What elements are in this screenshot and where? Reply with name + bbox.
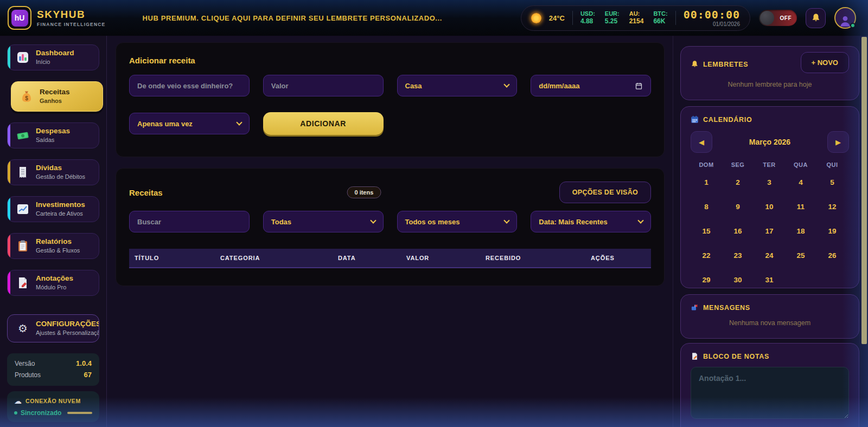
add-income-title: Adicionar receita bbox=[129, 56, 651, 65]
scrollbar-thumb[interactable] bbox=[861, 37, 867, 344]
calendar-day[interactable]: 29 bbox=[691, 268, 722, 288]
add-income-button[interactable]: ADICIONAR bbox=[263, 112, 384, 135]
calendar-day[interactable]: 12 bbox=[816, 195, 848, 219]
income-value-input[interactable] bbox=[263, 75, 384, 96]
column-header: RECEBIDO bbox=[480, 255, 585, 261]
calendar-day[interactable]: 17 bbox=[754, 219, 785, 243]
calendar-day[interactable]: 16 bbox=[722, 219, 754, 243]
chevron-down-icon bbox=[637, 217, 643, 223]
view-options-button[interactable]: OPÇÕES DE VISÃO bbox=[559, 182, 651, 203]
calendar-input-icon bbox=[635, 82, 643, 90]
sidebar-item-despesas[interactable]: DespesasSaídas bbox=[7, 122, 99, 148]
chevron-down-icon bbox=[370, 217, 376, 223]
calendar-day[interactable]: 2 bbox=[722, 170, 754, 195]
calendar-day[interactable]: 4 bbox=[785, 170, 816, 195]
sidebar-item-dashboard[interactable]: DashboardInício bbox=[7, 44, 99, 70]
messages-card: MENSAGENS Nenhuma nova mensagem bbox=[680, 294, 859, 339]
note-1-textarea[interactable] bbox=[691, 367, 849, 419]
currency-ticker: EUR:5.25 bbox=[605, 10, 620, 26]
calendar-day[interactable]: 22 bbox=[691, 243, 722, 268]
version-value: 1.0.4 bbox=[76, 358, 92, 370]
calendar-day[interactable]: 10 bbox=[754, 195, 785, 219]
premium-banner-link[interactable]: HUB PREMIUM. CLIQUE AQUI PARA DEFINIR SE… bbox=[142, 14, 442, 22]
calendar-day[interactable]: 1 bbox=[691, 170, 722, 195]
sync-status-text: Sincronizado bbox=[21, 409, 61, 417]
search-input[interactable] bbox=[129, 211, 250, 232]
calendar-day[interactable]: 9 bbox=[722, 195, 754, 219]
calendar-day[interactable]: 19 bbox=[816, 219, 848, 243]
column-header: DATA bbox=[333, 255, 401, 261]
calendar-day[interactable]: 31 bbox=[754, 268, 785, 288]
products-value: 67 bbox=[84, 370, 92, 381]
weekday-label: TER bbox=[754, 161, 785, 168]
sidebar-item-relatorios[interactable]: RelatóriosGestão & Fluxos bbox=[7, 233, 99, 259]
notes-card: BLOCO DE NOTAS bbox=[680, 343, 859, 427]
line-chart-icon bbox=[16, 202, 30, 216]
online-status-dot bbox=[850, 23, 856, 28]
calendar-day-grid: 123458910111215161718192223242526293031 bbox=[691, 170, 849, 288]
calendar-day[interactable]: 24 bbox=[754, 243, 785, 268]
cloud-title: CONEXÃO NUVEM bbox=[25, 398, 81, 404]
toggle-knob bbox=[760, 11, 774, 25]
calendar-day[interactable]: 11 bbox=[785, 195, 816, 219]
calendar-prev-button[interactable]: ◀ bbox=[691, 131, 712, 153]
power-toggle[interactable]: OFF bbox=[759, 10, 797, 26]
sun-icon bbox=[531, 13, 541, 23]
chevron-down-icon bbox=[504, 81, 510, 87]
calendar-day[interactable]: 25 bbox=[785, 243, 816, 268]
weekday-label: DOM bbox=[691, 161, 722, 168]
calendar-day[interactable]: 3 bbox=[754, 170, 785, 195]
calendar-day[interactable]: 18 bbox=[785, 219, 816, 243]
cloud-icon: ☁ bbox=[14, 397, 22, 405]
month-filter-select[interactable]: Todos os meses bbox=[397, 211, 518, 232]
calendar-title: CALENDÁRIO bbox=[703, 116, 752, 124]
clock-date: 01/01/2026 bbox=[684, 22, 740, 27]
weekday-label: SEG bbox=[722, 161, 754, 168]
main-content: Adicionar receita Casa dd/mm/aaaa Apenas… bbox=[107, 36, 673, 427]
calendar-card: CALENDÁRIO ◀ Março 2026 ▶ DOMSEGTERQUAQU… bbox=[680, 106, 859, 288]
category-filter-select[interactable]: Todas bbox=[263, 211, 384, 232]
chevron-down-icon bbox=[236, 119, 242, 125]
sidebar-item-receitas[interactable]: $ ReceitasGanhos bbox=[11, 81, 103, 112]
currency-ticker: BTC:66K bbox=[653, 10, 667, 26]
income-recurrence-select[interactable]: Apenas uma vez bbox=[129, 113, 250, 134]
income-date-input[interactable]: dd/mm/aaaa bbox=[531, 75, 651, 96]
sidebar-item-anotacoes[interactable]: AnotaçõesMódulo Pro bbox=[7, 270, 99, 296]
calendar-next-button[interactable]: ▶ bbox=[827, 131, 849, 153]
sidebar-item-investimentos[interactable]: InvestimentosCarteira de Ativos bbox=[7, 196, 99, 222]
svg-text:$: $ bbox=[25, 95, 28, 101]
messages-title: MENSAGENS bbox=[703, 304, 750, 312]
calendar-day[interactable]: 5 bbox=[816, 170, 848, 195]
weekday-label: QUI bbox=[816, 161, 848, 168]
right-panel: LEMBRETES + NOVO Nenhum lembrete para ho… bbox=[673, 36, 861, 427]
notes-title: BLOCO DE NOTAS bbox=[703, 353, 769, 360]
income-source-input[interactable] bbox=[129, 75, 250, 96]
notifications-button[interactable] bbox=[806, 8, 826, 28]
calendar-day[interactable]: 15 bbox=[691, 219, 722, 243]
calendar-day[interactable]: 8 bbox=[691, 195, 722, 219]
weekday-label: QUA bbox=[785, 161, 816, 168]
brand-subtitle: FINANCE INTELLIGENCE bbox=[37, 22, 105, 27]
income-category-select[interactable]: Casa bbox=[397, 75, 518, 96]
calendar-day[interactable]: 26 bbox=[816, 243, 848, 268]
user-avatar[interactable] bbox=[834, 7, 856, 29]
logo-monogram: hU bbox=[11, 10, 28, 27]
sync-progress-bar bbox=[67, 412, 92, 414]
messages-empty-message: Nenhuma nova mensagem bbox=[691, 319, 849, 327]
calendar-day[interactable]: 30 bbox=[722, 268, 754, 288]
money-bag-icon: $ bbox=[20, 89, 34, 103]
sidebar-item-dividas[interactable]: DívidasGestão de Débitos bbox=[7, 159, 99, 185]
calendar-day[interactable]: 23 bbox=[722, 243, 754, 268]
app-header: hU SKYHUB FINANCE INTELLIGENCE HUB PREMI… bbox=[0, 0, 868, 36]
reminders-title: LEMBRETES bbox=[703, 61, 748, 68]
sidebar-item-configuracoes[interactable]: ⚙ CONFIGURAÇÕESAjustes & Personalização bbox=[7, 314, 99, 342]
sort-filter-select[interactable]: Data: Mais Recentes bbox=[531, 211, 651, 232]
bell-icon bbox=[811, 13, 821, 23]
income-list-title: Receitas bbox=[129, 188, 163, 197]
new-reminder-button[interactable]: + NOVO bbox=[801, 52, 850, 73]
column-header: AÇÕES bbox=[585, 255, 651, 261]
calendar-month-label: Março 2026 bbox=[712, 138, 827, 146]
bell-icon bbox=[691, 60, 699, 68]
column-header: VALOR bbox=[401, 255, 480, 261]
reminders-card: LEMBRETES + NOVO Nenhum lembrete para ho… bbox=[680, 46, 859, 100]
